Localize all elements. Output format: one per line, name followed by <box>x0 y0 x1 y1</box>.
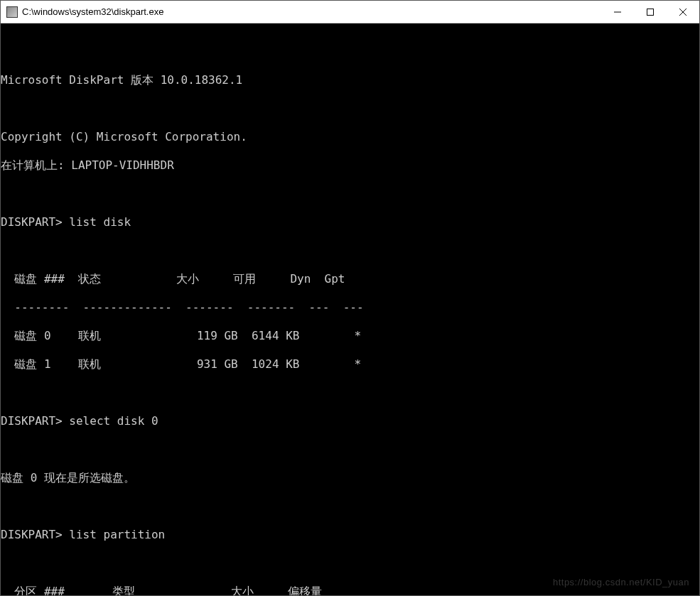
blank-line <box>1 556 699 570</box>
minimize-button[interactable] <box>601 1 634 23</box>
blank-line <box>1 386 699 400</box>
window-controls <box>601 1 699 23</box>
blank-line <box>1 443 699 457</box>
response-line: 磁盘 0 现在是所选磁盘。 <box>1 471 699 485</box>
table-row: 磁盘 1 联机 931 GB 1024 KB * <box>1 357 699 372</box>
window-titlebar: C:\windows\system32\diskpart.exe <box>1 1 699 23</box>
blank-line <box>1 187 699 201</box>
computer-line: 在计算机上: LAPTOP-VIDHHBDR <box>1 158 699 173</box>
prompt: DISKPART> <box>1 414 63 428</box>
prompt: DISKPART> <box>1 215 63 229</box>
command-text: list partition <box>69 528 165 541</box>
version-line: Microsoft DiskPart 版本 10.0.18362.1 <box>1 73 699 87</box>
prompt-line: DISKPART> select disk 0 <box>1 414 699 428</box>
window-title: C:\windows\system32\diskpart.exe <box>22 6 601 17</box>
blank-line <box>1 45 699 59</box>
command-text: list disk <box>69 215 131 229</box>
blank-line <box>1 102 699 116</box>
blank-line <box>1 244 699 258</box>
app-icon <box>6 6 18 18</box>
svg-rect-1 <box>647 9 654 15</box>
command-text: select disk 0 <box>69 414 158 428</box>
prompt: DISKPART> <box>1 528 63 541</box>
disk-table-header: 磁盘 ### 状态 大小 可用 Dyn Gpt <box>1 272 699 286</box>
table-row: 磁盘 0 联机 119 GB 6144 KB * <box>1 329 699 343</box>
copyright-line: Copyright (C) Microsoft Corporation. <box>1 130 699 144</box>
disk-table-divider: -------- ------------- ------- ------- -… <box>1 300 699 315</box>
watermark-text: https://blog.csdn.net/KID_yuan <box>553 575 689 590</box>
prompt-line: DISKPART> list partition <box>1 528 699 542</box>
close-button[interactable] <box>667 1 699 23</box>
blank-line <box>1 499 699 514</box>
terminal-output[interactable]: Microsoft DiskPart 版本 10.0.18362.1 Copyr… <box>1 23 699 595</box>
prompt-line: DISKPART> list disk <box>1 215 699 229</box>
maximize-button[interactable] <box>634 1 667 23</box>
